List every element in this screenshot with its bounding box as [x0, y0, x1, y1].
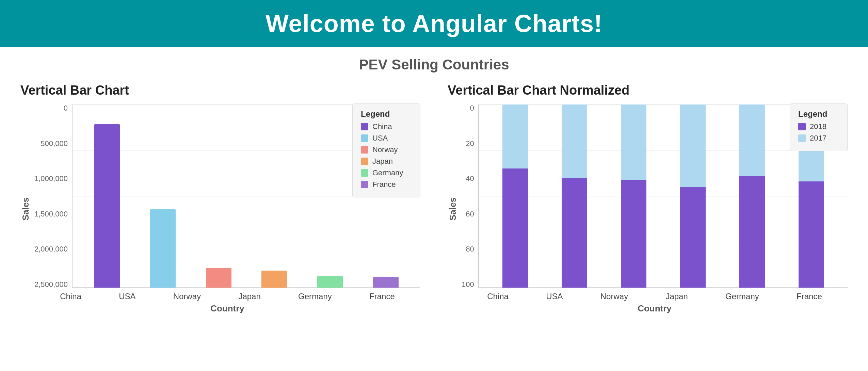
chart2-title: Vertical Bar Chart Normalized [448, 83, 848, 98]
header: Welcome to Angular Charts! [0, 0, 868, 47]
legend-item-usa: USA [361, 134, 412, 143]
bar-norway [206, 268, 231, 288]
chart1-title: Vertical Bar Chart [20, 83, 420, 98]
chart2-legend: Legend 2018 2017 [790, 103, 848, 151]
legend-item-norway: Norway [361, 145, 412, 154]
chart2-y-axis: 100 80 60 40 20 0 [462, 104, 478, 288]
norm-bar-usa [562, 104, 587, 288]
chart2-area: Sales 100 80 60 40 20 0 [448, 104, 848, 314]
chart2-y-label: Sales [448, 104, 458, 314]
bar-usa [150, 209, 176, 288]
legend-item-2017: 2017 [798, 134, 839, 143]
chart1-x-labels: China USA Norway Japan Germany France [34, 288, 420, 301]
bar-china [94, 124, 120, 288]
chart1-x-title: Country [34, 303, 420, 314]
chart2-x-title: Country [462, 303, 848, 314]
chart1-legend: Legend China USA Norway Japan Germany [352, 103, 420, 197]
chart2-legend-title: Legend [798, 109, 839, 119]
legend-item-france: France [361, 180, 412, 189]
bar-japan [261, 271, 287, 288]
norm-bar-norway [621, 104, 646, 288]
legend-item-2018: 2018 [798, 122, 839, 131]
norm-bar-china [502, 104, 528, 288]
chart1-section: Vertical Bar Chart Sales 2,500,000 2,000… [20, 83, 420, 314]
legend-item-china: China [361, 122, 412, 131]
chart1-y-label: Sales [20, 104, 31, 314]
legend-item-germany: Germany [361, 168, 412, 177]
bar-germany [317, 276, 343, 288]
subtitle: PEV Selling Countries [0, 57, 868, 73]
bar-france [373, 277, 399, 288]
norm-bar-germany [739, 104, 765, 288]
chart2-section: Vertical Bar Chart Normalized Sales 100 … [448, 83, 848, 314]
chart1-legend-title: Legend [361, 109, 412, 119]
charts-container: Vertical Bar Chart Sales 2,500,000 2,000… [0, 73, 868, 321]
chart1-y-axis: 2,500,000 2,000,000 1,500,000 1,000,000 … [34, 104, 72, 288]
legend-item-japan: Japan [361, 157, 412, 166]
page-title: Welcome to Angular Charts! [0, 10, 868, 37]
norm-bar-japan [680, 104, 706, 288]
chart2-x-labels: China USA Norway Japan Germany France [462, 288, 848, 301]
